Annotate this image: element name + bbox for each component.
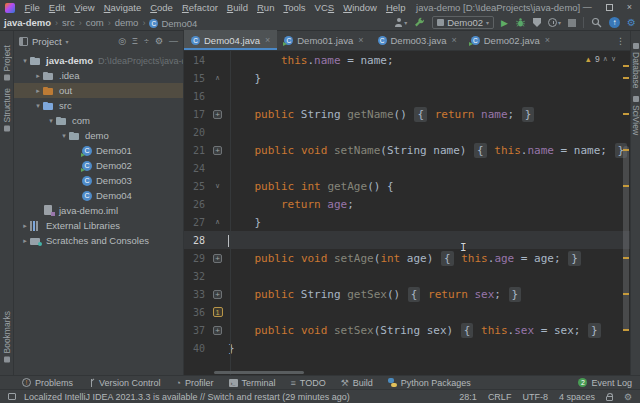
code-line-24[interactable]: 24 xyxy=(184,159,630,177)
fold-collapsed-icon[interactable]: + xyxy=(213,326,222,335)
fold-end-icon[interactable]: ∧ xyxy=(215,74,220,82)
tool-stripe-button-database[interactable]: Database xyxy=(631,43,640,88)
profiler-icon[interactable]: ▾ xyxy=(548,18,561,27)
chevron-down-icon[interactable]: ▾ xyxy=(66,38,69,45)
tool-window-button-problems[interactable]: !Problems xyxy=(22,378,73,388)
code-line-29[interactable]: 29+ public void setAge(int age) { this.a… xyxy=(184,249,630,267)
tool-window-button-todo[interactable]: ≡TODO xyxy=(291,378,326,388)
code-line-33[interactable]: 33+ public String getSex() { return sex;… xyxy=(184,285,630,303)
settings-gear-icon[interactable]: ⚙ xyxy=(627,17,636,28)
tree-item-demo03[interactable]: CDemo03 xyxy=(14,173,183,188)
notification-icon[interactable] xyxy=(8,393,16,400)
menu-edit[interactable]: Edit xyxy=(44,2,69,13)
tool-window-button-terminal[interactable]: ›_Terminal xyxy=(229,378,276,388)
vertical-scrollbar[interactable] xyxy=(623,146,629,331)
fold-end-icon[interactable]: ∧ xyxy=(215,218,220,226)
menu-refactor[interactable]: Refactor xyxy=(177,2,222,13)
code-line-40[interactable]: 40} xyxy=(184,339,630,357)
coverage-icon[interactable] xyxy=(533,18,541,27)
fold-start-icon[interactable]: ∨ xyxy=(215,182,220,190)
code-line-15[interactable]: 15∧ } xyxy=(184,69,630,87)
code-line-36[interactable]: 361 xyxy=(184,303,630,321)
code-line-28[interactable]: 28 xyxy=(184,231,630,249)
tree-item-demo01[interactable]: CDemo01 xyxy=(14,143,183,158)
tree-item-demo[interactable]: ▾demo xyxy=(14,128,183,143)
tree-item-scratches-and-consoles[interactable]: ▸Scratches and Consoles xyxy=(14,233,183,248)
chevron-collapsed-icon[interactable]: ▸ xyxy=(33,87,43,95)
horizontal-scrollbar[interactable] xyxy=(214,371,304,374)
run-config-select[interactable]: Demo02▾ xyxy=(432,16,494,29)
minimize-button[interactable]: — xyxy=(583,0,592,15)
tab-demo02-java[interactable]: CDemo02.java× xyxy=(464,30,557,50)
run-button[interactable]: ▶ xyxy=(501,18,508,28)
tree-item-out[interactable]: ▸out xyxy=(14,83,183,98)
maximize-button[interactable] xyxy=(606,4,613,11)
hide-icon[interactable]: — xyxy=(169,36,178,46)
tool-window-button-python-packages[interactable]: Python Packages xyxy=(388,378,471,388)
status-message[interactable]: Localized IntelliJ IDEA 2021.3.3 is avai… xyxy=(24,392,350,402)
chevron-expanded-icon[interactable]: ▾ xyxy=(20,57,30,65)
fold-collapsed-icon[interactable]: + xyxy=(213,254,222,263)
tool-window-button-version-control[interactable]: Version Control xyxy=(88,378,161,388)
chevron-collapsed-icon[interactable]: ▸ xyxy=(20,222,30,230)
breadcrumb-item[interactable]: demo xyxy=(115,17,139,28)
code-line-14[interactable]: 14 this.name = name; xyxy=(184,51,630,69)
event-log-button[interactable]: 2 Event Log xyxy=(578,378,632,388)
next-warning-icon[interactable]: ∨ xyxy=(611,55,616,63)
tool-stripe-button-structure[interactable]: Structure xyxy=(2,88,12,132)
tree-item-src[interactable]: ▾src xyxy=(14,98,183,113)
chevron-collapsed-icon[interactable]: ▸ xyxy=(33,72,43,80)
menu-build[interactable]: Build xyxy=(222,2,252,13)
line-ending[interactable]: CRLF xyxy=(488,392,512,402)
stop-button[interactable] xyxy=(568,19,576,27)
tool-stripe-button-sciview[interactable]: SciView xyxy=(631,96,640,135)
code-line-16[interactable]: 16 xyxy=(184,87,630,105)
tree-item--idea[interactable]: ▸.idea xyxy=(14,68,183,83)
close-tab-icon[interactable]: × xyxy=(451,35,456,45)
user-icon[interactable]: ▾ xyxy=(394,18,407,27)
chevron-collapsed-icon[interactable]: ▸ xyxy=(20,237,30,245)
fold-collapsed-icon[interactable]: + xyxy=(213,110,222,119)
bookmark-icon[interactable]: 1 xyxy=(213,307,223,317)
inspections-widget[interactable]: ▲ 9 ∧ ∨ xyxy=(585,54,616,64)
close-tab-icon[interactable]: × xyxy=(265,35,270,45)
chevron-expanded-icon[interactable]: ▾ xyxy=(46,117,56,125)
menu-file[interactable]: File xyxy=(20,2,44,13)
tab-options-icon[interactable]: ⋮ xyxy=(611,36,630,46)
file-encoding[interactable]: UTF-8 xyxy=(522,392,548,402)
settings-icon[interactable]: ⚙ xyxy=(155,36,163,46)
chevron-expanded-icon[interactable]: ▾ xyxy=(59,132,69,140)
close-tab-icon[interactable]: × xyxy=(358,35,363,45)
menu-tools[interactable]: Tools xyxy=(279,2,310,13)
tree-item-demo04[interactable]: CDemo04 xyxy=(14,188,183,203)
code-line-32[interactable]: 32 xyxy=(184,267,630,285)
tree-item-java-demo-iml[interactable]: java-demo.iml xyxy=(14,203,183,218)
code-line-25[interactable]: 25∨ public int getAge() { xyxy=(184,177,630,195)
tree-item-external-libraries[interactable]: ▸External Libraries xyxy=(14,218,183,233)
tool-window-button-profiler[interactable]: ◔Profiler xyxy=(176,378,214,388)
fold-collapsed-icon[interactable]: + xyxy=(213,146,222,155)
tab-demo04-java[interactable]: CDemo04.java× xyxy=(184,30,277,50)
menu-vcs[interactable]: VCS xyxy=(310,2,339,13)
code-line-17[interactable]: 17+ public String getName() { return nam… xyxy=(184,105,630,123)
chevron-expanded-icon[interactable]: ▾ xyxy=(33,102,43,110)
menu-code[interactable]: Code xyxy=(146,2,178,13)
tree-item-java-demo[interactable]: ▾java-demoD:\IdeaProjects\java-demo xyxy=(14,53,183,68)
code-line-37[interactable]: 37+ public void setSex(String sex) { thi… xyxy=(184,321,630,339)
tab-demo03-java[interactable]: CDemo03.java× xyxy=(371,30,464,50)
breadcrumb-item[interactable]: java-demo xyxy=(4,17,51,28)
code-line-20[interactable]: 20 xyxy=(184,123,630,141)
lock-icon[interactable] xyxy=(606,396,613,401)
menu-run[interactable]: Run xyxy=(252,2,278,13)
caret-position[interactable]: 28:1 xyxy=(459,392,477,402)
search-icon[interactable] xyxy=(591,17,602,28)
code-line-27[interactable]: 27∧ } xyxy=(184,213,630,231)
prev-warning-icon[interactable]: ∧ xyxy=(603,55,608,63)
close-tab-icon[interactable]: × xyxy=(545,35,550,45)
code-editor[interactable]: 14 this.name = name;15∧ }1617+ public St… xyxy=(184,51,630,375)
code-line-26[interactable]: 26 return age; xyxy=(184,195,630,213)
tree-item-com[interactable]: ▾com xyxy=(14,113,183,128)
fold-collapsed-icon[interactable]: + xyxy=(213,290,222,299)
tree-item-demo02[interactable]: CDemo02 xyxy=(14,158,183,173)
update-icon[interactable]: ↑ xyxy=(609,17,620,28)
